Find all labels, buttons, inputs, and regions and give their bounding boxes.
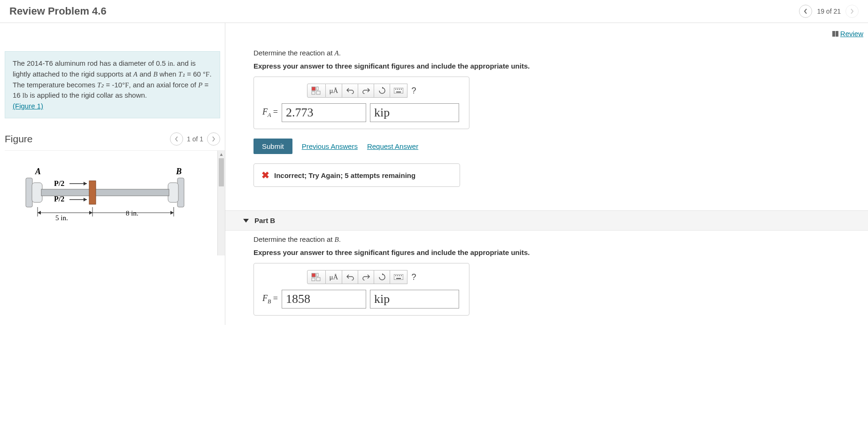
page-title: Review Problem 4.6 [9, 5, 107, 17]
chevron-left-icon [175, 136, 178, 142]
templates-button[interactable] [307, 270, 326, 284]
reset-icon [378, 273, 386, 281]
part-a-previous-answers-link[interactable]: Previous Answers [302, 142, 358, 150]
svg-marker-17 [170, 211, 174, 215]
svg-rect-5 [89, 181, 96, 204]
svg-marker-15 [89, 211, 92, 215]
svg-rect-20 [316, 91, 320, 94]
figure-title: Figure [5, 133, 33, 145]
part-a-unit-input[interactable] [370, 103, 459, 122]
undo-button[interactable] [342, 84, 358, 98]
undo-icon [346, 87, 354, 94]
part-a-submit-button[interactable]: Submit [253, 139, 292, 154]
review-link[interactable]: Review [832, 30, 863, 38]
header-nav: 19 of 21 [799, 5, 859, 18]
svg-rect-19 [316, 87, 318, 90]
templates-button[interactable] [307, 84, 326, 98]
prev-question-button[interactable] [799, 5, 812, 18]
part-b-prompt: Determine the reaction at B. [253, 235, 859, 244]
part-b-header-label: Part B [254, 216, 275, 224]
svg-point-38 [401, 275, 402, 276]
next-question-button[interactable] [845, 5, 859, 18]
svg-rect-29 [312, 273, 315, 277]
svg-rect-32 [312, 278, 315, 281]
redo-button[interactable] [358, 270, 374, 284]
keyboard-button[interactable] [390, 270, 407, 284]
label-P2b: P/2 [54, 195, 64, 203]
part-a: Determine the reaction at A. Express you… [225, 44, 868, 196]
scroll-up-icon[interactable]: ▲ [218, 151, 225, 158]
svg-rect-39 [396, 278, 401, 279]
part-a-instruction: Express your answer to three significant… [253, 62, 859, 70]
chevron-right-icon [850, 8, 854, 15]
part-b-value-input[interactable] [282, 290, 366, 309]
svg-rect-23 [394, 88, 403, 93]
help-icon: ? [411, 86, 416, 95]
part-b-var-label: FB = [262, 293, 278, 305]
part-a-prompt: Determine the reaction at A. [253, 49, 859, 57]
keyboard-icon [394, 274, 403, 280]
help-icon: ? [411, 272, 416, 282]
problem-statement: The 2014-T6 aluminum rod has a diameter … [5, 51, 220, 118]
help-button[interactable]: ? [411, 86, 416, 96]
reset-button[interactable] [374, 270, 390, 284]
label-d1: 5 in. [55, 214, 68, 222]
part-b-unit-input[interactable] [370, 290, 459, 309]
part-b-header[interactable]: Part B [225, 210, 868, 231]
reset-icon [378, 87, 386, 94]
part-b-instruction: Express your answer to three significant… [253, 248, 859, 256]
figure-next-button[interactable] [207, 132, 220, 146]
svg-point-35 [395, 275, 396, 276]
svg-marker-22 [382, 87, 384, 89]
right-panel: Review Determine the reaction at A. Expr… [225, 23, 868, 325]
svg-point-24 [395, 89, 396, 90]
part-a-request-answer-link[interactable]: Request Answer [367, 142, 418, 150]
symbols-button[interactable]: μÅ [326, 270, 343, 284]
scroll-thumb[interactable] [219, 158, 224, 186]
svg-rect-18 [312, 87, 315, 91]
part-a-answer-box: μÅ ? FA = [253, 77, 469, 129]
redo-button[interactable] [358, 84, 374, 98]
figure-nav: 1 of 1 [170, 132, 220, 146]
keyboard-button[interactable] [390, 84, 407, 98]
undo-icon [346, 274, 354, 280]
figure-diagram: A B P/2 P/2 5 in. [9, 160, 197, 245]
figure-scrollbar[interactable]: ▲ [217, 151, 225, 255]
flag-icon [832, 31, 838, 37]
incorrect-icon: ✖ [261, 170, 269, 181]
chevron-right-icon [212, 136, 215, 142]
svg-marker-33 [382, 273, 384, 275]
part-b-answer-row: FB = [261, 290, 462, 309]
redo-icon [362, 274, 370, 280]
svg-marker-14 [38, 211, 41, 215]
symbols-button[interactable]: μÅ [326, 84, 343, 98]
figure-link[interactable]: (Figure 1) [13, 102, 43, 110]
part-a-answer-row: FA = [261, 103, 462, 122]
svg-rect-30 [316, 273, 318, 277]
help-button[interactable]: ? [411, 272, 416, 282]
label-P2a: P/2 [54, 179, 64, 187]
label-d2: 8 in. [126, 209, 138, 217]
part-b: Determine the reaction at B. Express you… [225, 231, 868, 325]
label-B: B [176, 167, 182, 176]
left-panel: The 2014-T6 aluminum rod has a diameter … [0, 23, 225, 325]
feedback-message: Incorrect; Try Again; 5 attempts remaini… [274, 171, 415, 179]
templates-icon [311, 86, 322, 95]
redo-icon [362, 87, 370, 94]
svg-point-36 [397, 275, 398, 276]
templates-icon [311, 273, 322, 281]
figure-prev-button[interactable] [170, 132, 183, 146]
reset-button[interactable] [374, 84, 390, 98]
keyboard-icon [394, 88, 403, 93]
symbols-label: μÅ [330, 273, 338, 281]
part-a-var-label: FA = [262, 107, 278, 119]
figure-area: ▲ A B P/2 P/2 [5, 151, 225, 255]
part-a-value-input[interactable] [282, 103, 366, 122]
chevron-left-icon [803, 8, 808, 15]
svg-point-25 [397, 89, 398, 90]
svg-point-27 [401, 89, 402, 90]
svg-point-26 [399, 89, 400, 90]
part-a-submit-row: Submit Previous Answers Request Answer [253, 139, 859, 154]
svg-marker-9 [84, 198, 87, 201]
undo-button[interactable] [342, 270, 358, 284]
